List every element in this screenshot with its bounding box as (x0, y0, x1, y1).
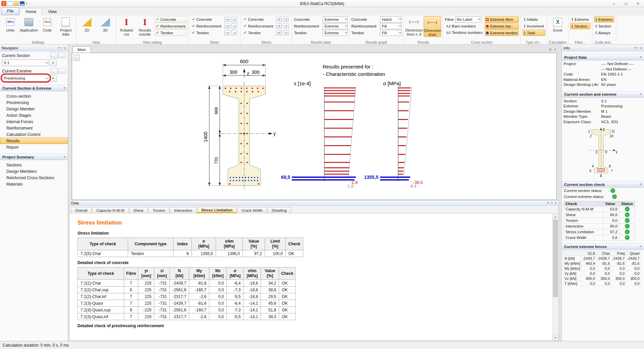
result-type-toggle[interactable]: Initials (523, 16, 545, 22)
stress-toggle[interactable]: Concrete +F -F (242, 16, 290, 22)
strain-toggle[interactable]: Reinforcement +ε -ε (191, 23, 238, 29)
navigator-item[interactable]: Sections (0, 162, 68, 168)
collapse-icon[interactable] (640, 183, 642, 186)
extreme-manager-button[interactable]: + (49, 75, 57, 82)
data-tab[interactable]: Crack Width (237, 207, 267, 213)
panel-menu-icon[interactable] (547, 201, 549, 205)
app-logo-icon[interactable] (1, 1, 6, 6)
results-graph-select[interactable]: Fill (380, 23, 401, 29)
data-tab[interactable]: Overall (71, 207, 92, 213)
code-button[interactable]: Code (39, 16, 56, 32)
results-label-select[interactable]: Extreme (323, 23, 347, 29)
fibre-label-select[interactable]: No Label (455, 16, 481, 22)
navigator-item[interactable]: Action Stages (0, 112, 68, 118)
current-section-select[interactable]: S 1 (2, 59, 48, 66)
code-scope-toggle[interactable]: Always (594, 30, 614, 36)
data-tab[interactable]: Shear (129, 207, 148, 213)
tab-main[interactable]: Main (72, 46, 91, 53)
save-icon[interactable] (20, 1, 24, 6)
project-data-header[interactable]: Project Data (562, 54, 644, 60)
strain-minus-button[interactable]: -ε (231, 17, 237, 22)
navigator-item[interactable]: Calculation Control (0, 131, 68, 138)
panel-menu-icon[interactable] (58, 46, 60, 50)
stress-plus-button[interactable]: +F (276, 30, 282, 35)
extreme-toggle[interactable]: Extreme tendon (485, 30, 519, 36)
stress-minus-button[interactable]: -F (283, 17, 289, 22)
maximize-panel-icon[interactable] (551, 201, 553, 205)
close-icon[interactable] (64, 46, 66, 50)
units-button[interactable]: Units (2, 16, 19, 32)
strain-minus-button[interactable]: -ε (231, 23, 237, 29)
numbers-toggle[interactable]: 1,2 Bars numbers (445, 23, 484, 29)
strain-minus-button[interactable]: -ε (231, 30, 237, 35)
previous-section-button[interactable] (50, 53, 58, 58)
dimension-lines-xd-button[interactable]: Dimension lines x, d (405, 16, 423, 36)
numbers-toggle[interactable]: 1,2 Tendons numbers (445, 29, 484, 36)
minimize-button[interactable]: – (608, 0, 620, 7)
collapse-icon[interactable] (64, 155, 65, 159)
view-setting-toggle[interactable]: Tendon (155, 30, 187, 36)
ribbon-tab[interactable]: View (43, 8, 62, 15)
result-type-toggle[interactable]: Total (523, 30, 545, 36)
results-label-select[interactable]: Extreme (323, 16, 347, 22)
strain-toggle[interactable]: Tendon +ε -ε (191, 30, 238, 36)
collapse-icon[interactable] (640, 56, 642, 59)
data-tab[interactable]: Interaction (170, 207, 197, 213)
navigator-item[interactable]: Design Member (0, 106, 68, 112)
navigator-item[interactable]: Report (0, 144, 68, 150)
extreme-toggle[interactable]: Extreme bar (485, 23, 519, 29)
extreme-toggle[interactable]: Extreme fibre (485, 16, 519, 22)
strain-plus-button[interactable]: +ε (224, 17, 230, 22)
data-tab[interactable]: Stress Limitation (197, 207, 237, 213)
results-graph-select[interactable]: Fill (380, 30, 401, 36)
scroll-up-button[interactable] (553, 214, 558, 219)
previous-extreme-button[interactable] (50, 68, 58, 74)
ribbon-tab[interactable]: File (1, 7, 19, 15)
current-extreme-select[interactable]: Prestressing (2, 75, 48, 82)
drawing-canvas[interactable]: 600 300 300 1400 669 731 (72, 53, 557, 200)
stress-plus-button[interactable]: +F (276, 17, 282, 22)
collapse-icon[interactable] (64, 87, 65, 90)
results-outside-button[interactable]: Results outside (136, 16, 154, 36)
maximize-button[interactable]: □ (620, 0, 632, 7)
navigator-item[interactable]: Cross-section (0, 93, 68, 99)
calc-scope-toggle[interactable]: Extreme (570, 16, 590, 22)
close-tab-icon[interactable] (554, 47, 556, 51)
code-scope-toggle[interactable]: Extreme (594, 16, 614, 22)
view-setting-toggle[interactable]: Concrete (155, 16, 187, 22)
next-section-button[interactable] (58, 53, 66, 58)
new-file-icon[interactable] (8, 1, 12, 6)
stress-minus-button[interactable]: -F (283, 30, 289, 35)
panel-menu-icon[interactable] (635, 46, 636, 50)
section-manager-button[interactable]: + (49, 60, 57, 66)
quick-access-caret-icon[interactable] (26, 2, 27, 5)
stress-plus-button[interactable]: +F (276, 23, 282, 29)
excel-button[interactable]: Excel (549, 16, 567, 32)
scrollbar-thumb[interactable] (553, 220, 558, 297)
collapse-icon[interactable] (640, 245, 642, 248)
navigator-item[interactable]: Reinforced Cross-Sections (0, 174, 68, 181)
calc-scope-toggle[interactable]: Section (570, 23, 590, 29)
open-file-icon[interactable] (14, 1, 18, 6)
result-type-toggle[interactable]: Increment (523, 23, 545, 29)
rotated-css-button[interactable]: Rotated css (118, 16, 135, 36)
strain-plus-button[interactable]: +ε (224, 23, 230, 29)
pin-icon[interactable] (61, 46, 62, 50)
ribbon-tab[interactable]: Home (20, 8, 42, 15)
navigator-item[interactable]: Design Members (0, 168, 68, 174)
results-label-select[interactable]: Extreme (323, 30, 347, 36)
pin-icon[interactable] (638, 46, 639, 50)
navigator-item[interactable]: Internal Forces (0, 118, 68, 125)
view-setting-toggle[interactable]: Reinforcement (155, 23, 187, 29)
close-button[interactable]: × (632, 0, 644, 7)
collapse-icon[interactable] (640, 93, 642, 96)
view-3d-button[interactable]: 3D (97, 16, 114, 32)
stress-toggle[interactable]: Reinforcement +F -F (242, 23, 290, 29)
view-2d-button[interactable]: 2D (78, 16, 96, 32)
scroll-down-button[interactable] (553, 335, 558, 340)
navigator-item[interactable]: Prestressing (0, 99, 68, 106)
current-extreme-forces-header[interactable]: Current extreme forces (562, 243, 644, 250)
data-tab[interactable]: Detailing (267, 207, 291, 213)
strain-plus-button[interactable]: +ε (224, 30, 230, 35)
navigator-item[interactable]: Materials (0, 181, 68, 187)
